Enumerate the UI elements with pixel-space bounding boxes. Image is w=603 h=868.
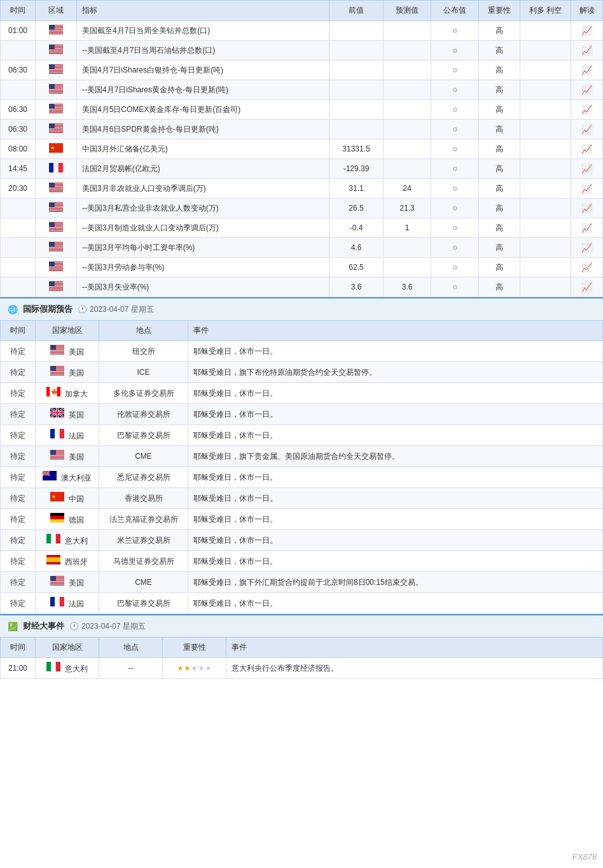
bullbear-cell xyxy=(520,159,571,179)
svg-rect-52 xyxy=(49,92,63,92)
bullbear-cell xyxy=(520,100,571,120)
svg-rect-88 xyxy=(59,163,63,172)
svg-rect-184 xyxy=(50,353,64,354)
svg-rect-171 xyxy=(49,290,63,291)
svg-rect-11 xyxy=(49,33,63,34)
svg-rect-144 xyxy=(49,242,55,247)
hevent-cell: 耶稣受难日，休市一日。 xyxy=(188,530,603,551)
svg-rect-248 xyxy=(56,534,60,543)
svg-rect-216 xyxy=(60,429,64,438)
ftime-cell: 21:00 xyxy=(1,658,36,679)
prev-cell: 62.5 xyxy=(329,258,384,277)
svg-rect-128 xyxy=(49,230,63,231)
svg-rect-269 xyxy=(51,662,55,671)
flag-fr xyxy=(50,431,64,440)
chart-cell: 📈 xyxy=(571,159,603,179)
forecast-cell: 24 xyxy=(384,179,431,199)
time-cell: 08:00 xyxy=(1,139,36,159)
svg-rect-153 xyxy=(49,267,63,268)
svg-rect-13 xyxy=(49,25,55,30)
flag-us xyxy=(49,47,63,56)
htime-cell: 待定 xyxy=(1,551,36,572)
prev-cell xyxy=(329,41,384,60)
finance-title: 财经大事件 xyxy=(23,620,64,632)
fcol-time: 时间 xyxy=(1,638,36,658)
chart-cell: 📈 xyxy=(571,100,603,120)
hplace-cell: 马德里证券交易所 xyxy=(99,551,188,572)
col-importance: 重要性 xyxy=(479,1,520,21)
prev-cell xyxy=(329,100,384,120)
flag-us xyxy=(49,244,63,253)
col-region: 区域 xyxy=(36,1,77,21)
flag-us xyxy=(50,368,64,377)
col-indicator: 指标 xyxy=(77,1,329,21)
indicator-cell: --美国4月7日iShares黄金持仓-每日更新(吨) xyxy=(77,80,329,100)
list-item: 待定 意大利 米兰证券交易所 耶稣受难日，休市一日。 xyxy=(1,530,603,551)
fcol-country: 国家地区 xyxy=(36,638,99,658)
svg-rect-7 xyxy=(49,30,63,31)
hplace-cell: CME xyxy=(99,572,188,593)
flag-us xyxy=(49,185,63,194)
list-item: 待定 西班牙 马德里证券交易所 耶稣受难日，休市一日。 xyxy=(1,551,603,572)
country-name: 西班牙 xyxy=(65,557,88,566)
hplace-cell: 香港交易所 xyxy=(99,488,188,509)
svg-rect-23 xyxy=(49,51,63,52)
table-row: 06:30 美国4月5日COMEX黄金库存-每日更新(百盎司) ⚙ 高 📈 xyxy=(1,100,603,120)
time-cell: 14:45 xyxy=(1,159,36,179)
svg-rect-82 xyxy=(49,132,63,133)
svg-rect-138 xyxy=(49,247,63,248)
htime-cell: 待定 xyxy=(1,572,36,593)
forecast-cell xyxy=(384,41,431,60)
svg-rect-125 xyxy=(49,228,63,228)
prev-cell xyxy=(329,21,384,41)
svg-rect-140 xyxy=(49,248,63,249)
svg-rect-114 xyxy=(49,211,63,211)
svg-text:★: ★ xyxy=(52,494,56,500)
forecast-cell xyxy=(384,159,431,179)
chart-icon: 📈 xyxy=(581,25,592,36)
svg-rect-195 xyxy=(50,372,64,372)
published-cell: ⚙ xyxy=(431,238,479,258)
forecast-cell xyxy=(384,60,431,80)
clock-icon: 🕐 xyxy=(78,305,87,314)
svg-rect-226 xyxy=(50,456,64,457)
hevent-cell: 耶稣受难日，休市一日。 xyxy=(188,467,603,488)
time-cell xyxy=(1,199,36,218)
chart-cell: 📈 xyxy=(571,21,603,41)
chart-icon: 📈 xyxy=(581,45,592,55)
country-name: 美国 xyxy=(69,347,84,356)
chart-icon: 📈 xyxy=(581,203,592,213)
economic-section: 时间 区域 指标 前值 预测值 公布值 重要性 利多 利空 解读 01:00 美… xyxy=(0,0,603,297)
hcountry-cell: 意大利 xyxy=(36,530,99,551)
chart-icon: 📈 xyxy=(581,282,592,292)
svg-rect-158 xyxy=(49,262,55,267)
svg-rect-24 xyxy=(49,52,63,53)
region-cell xyxy=(36,199,77,218)
chart-cell: 📈 xyxy=(571,258,603,277)
importance-cell: 高 xyxy=(479,199,520,218)
svg-rect-67 xyxy=(49,112,63,113)
svg-rect-68 xyxy=(49,113,63,113)
table-row: --美国3月平均每小时工资年率(%) 4.6 ⚙ 高 📈 xyxy=(1,238,603,258)
indicator-cell: 中国3月外汇储备(亿美元) xyxy=(77,139,329,159)
svg-rect-40 xyxy=(49,73,63,74)
published-cell: ⚙ xyxy=(431,277,479,297)
forecast-cell xyxy=(384,120,431,139)
flag-us xyxy=(49,225,63,234)
flag-us xyxy=(50,578,64,587)
chart-cell: 📈 xyxy=(571,80,603,100)
svg-rect-127 xyxy=(49,230,63,230)
forecast-cell: 1 xyxy=(384,218,431,238)
region-cell xyxy=(36,218,77,238)
bullbear-cell xyxy=(520,21,571,41)
flag-us xyxy=(50,347,64,356)
chart-icon: 📈 xyxy=(581,242,592,253)
prev-cell: -129.39 xyxy=(329,159,384,179)
chart-icon: 📈 xyxy=(581,183,592,193)
region-cell xyxy=(36,120,77,139)
svg-rect-263 xyxy=(50,585,64,585)
hcountry-cell: 法国 xyxy=(36,425,99,446)
forecast-cell xyxy=(384,80,431,100)
svg-rect-268 xyxy=(46,662,51,671)
hcountry-cell: 澳大利亚 xyxy=(36,467,99,488)
